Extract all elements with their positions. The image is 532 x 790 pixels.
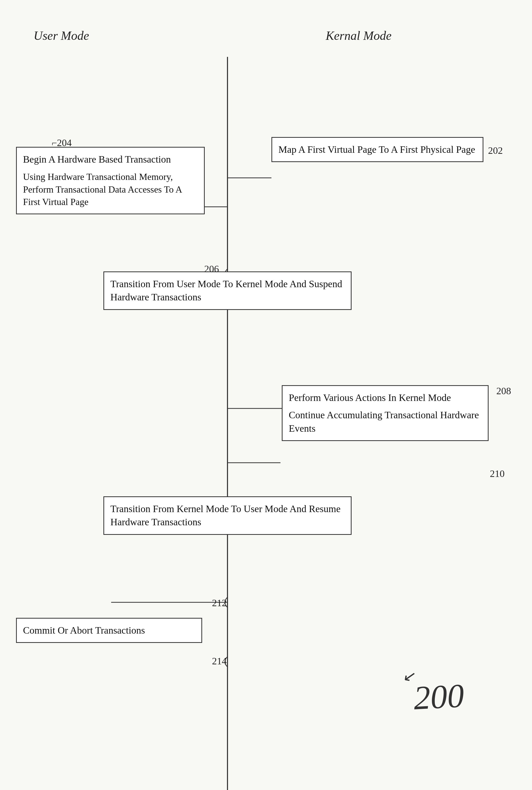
- box-206-text: Transition From User Mode To Kernel Mode…: [110, 278, 342, 303]
- box-208-line1: Perform Various Actions In Kernel Mode: [289, 391, 481, 404]
- box-206: Transition From User Mode To Kernel Mode…: [103, 271, 352, 310]
- box-208-line2: Continue Accumulating Transactional Hard…: [289, 408, 481, 435]
- box-202-text: Map A First Virtual Page To A First Phys…: [279, 144, 475, 155]
- box-208: Perform Various Actions In Kernel Mode C…: [282, 385, 489, 441]
- handwritten-200: 200: [413, 676, 465, 717]
- box-204-line1: Begin A Hardware Based Transaction: [23, 153, 198, 166]
- box-commit-text: Commit Or Abort Transactions: [23, 625, 145, 636]
- ref-214: 214: [212, 655, 227, 667]
- ref-212: 212: [212, 597, 227, 609]
- box-204: Begin A Hardware Based Transaction Using…: [16, 147, 205, 214]
- kernel-mode-header: Kernal Mode: [326, 28, 392, 43]
- ref-204: ⌐204: [52, 137, 72, 148]
- user-mode-header: User Mode: [34, 28, 89, 43]
- diagram-page: User Mode Kernal Mode Map A First Vi: [0, 0, 532, 790]
- box-transition-kernel-user: Transition From Kernel Mode To User Mode…: [103, 496, 352, 535]
- box-204-line2: Using Hardware Transactional Memory, Per…: [23, 171, 198, 208]
- ref-210: 210: [490, 468, 505, 479]
- box-commit: Commit Or Abort Transactions: [16, 618, 202, 643]
- ref-208: 208: [496, 385, 511, 397]
- box-transition-text: Transition From Kernel Mode To User Mode…: [110, 503, 340, 527]
- ref-206: 206: [204, 263, 219, 274]
- ref-202: 202: [488, 145, 503, 156]
- box-202: Map A First Virtual Page To A First Phys…: [271, 137, 483, 162]
